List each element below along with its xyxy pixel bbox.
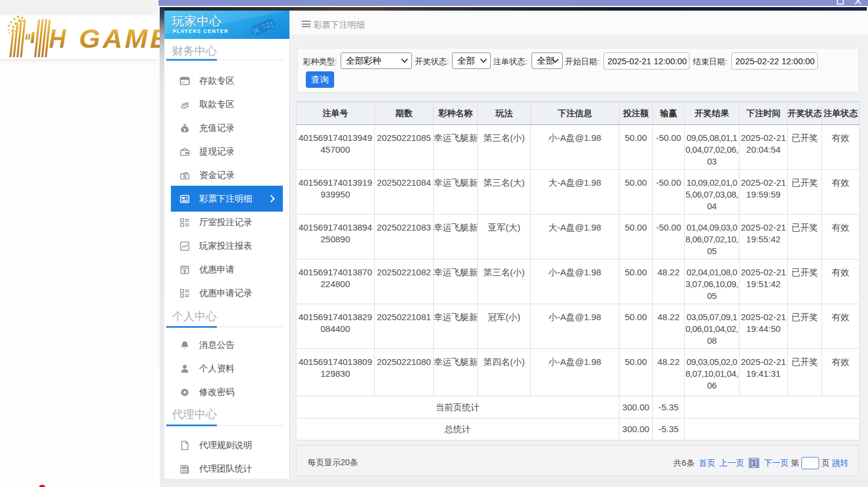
svg-text:H: H xyxy=(49,24,67,54)
svg-text:GAME: GAME xyxy=(79,24,170,54)
